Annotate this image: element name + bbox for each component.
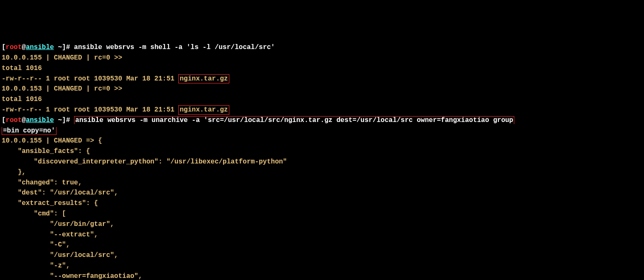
json-line-9: "--extract", [2,231,98,239]
json-line-7: "cmd": [ [2,210,66,218]
prompt-user: root [6,44,22,51]
json-line-10: "-C", [2,241,70,249]
highlighted-file-1: nginx.tar.gz [178,74,229,84]
prompt-host: ansible [26,44,54,51]
prompt-at: @ [22,44,26,51]
highlighted-file-2: nginx.tar.gz [178,105,229,115]
output-host-153: 10.0.0.153 | CHANGED | rc=0 >> [2,85,122,93]
json-line-12: "-z", [2,262,70,270]
json-line-5: "dest": "/usr/local/src", [2,189,118,197]
prompt-host: ansible [26,117,54,124]
prompt-bracket-open: [ [2,117,6,124]
output-ls-2-prefix: -rw-r--r-- 1 root root 1039530 Mar 18 21… [2,106,178,114]
json-line-4: "changed": true, [2,179,82,187]
prompt-hash: # [66,44,74,51]
output-host-155: 10.0.0.155 | CHANGED | rc=0 >> [2,54,122,62]
terminal-output[interactable]: [root@ansible ~]# ansible websrvs -m she… [2,42,642,280]
prompt-bracket-open: [ [2,44,6,51]
prompt-path: ~] [54,44,66,51]
json-line-6: "extract_results": { [2,200,98,207]
prompt-line-2: [root@ansible ~]# [2,117,74,124]
json-line-3: }, [2,169,26,176]
output-total-1: total 1016 [2,65,42,72]
output-total-2: total 1016 [2,96,42,103]
json-line-8: "/usr/bin/gtar", [2,220,114,228]
prompt-user: root [6,117,22,124]
command-2-line2: =bin copy=no' [2,127,56,135]
json-line-1: "ansible_facts": { [2,148,90,155]
json-line-13: "--owner=fangxiaotiao", [2,272,142,280]
prompt-line-1: [root@ansible ~]# [2,44,74,51]
json-line-11: "/usr/local/src", [2,251,118,259]
prompt-path: ~] [54,117,66,124]
prompt-at: @ [22,117,26,124]
output-ls-1-prefix: -rw-r--r-- 1 root root 1039530 Mar 18 21… [2,75,178,83]
json-line-0: 10.0.0.155 | CHANGED => { [2,137,102,145]
json-line-2: "discovered_interpreter_python": "/usr/l… [2,158,287,166]
prompt-hash: # [66,117,74,124]
command-1: ansible websrvs -m shell -a 'ls -l /usr/… [74,44,275,51]
command-2-line1: ansible websrvs -m unarchive -a 'src=/us… [74,116,515,124]
